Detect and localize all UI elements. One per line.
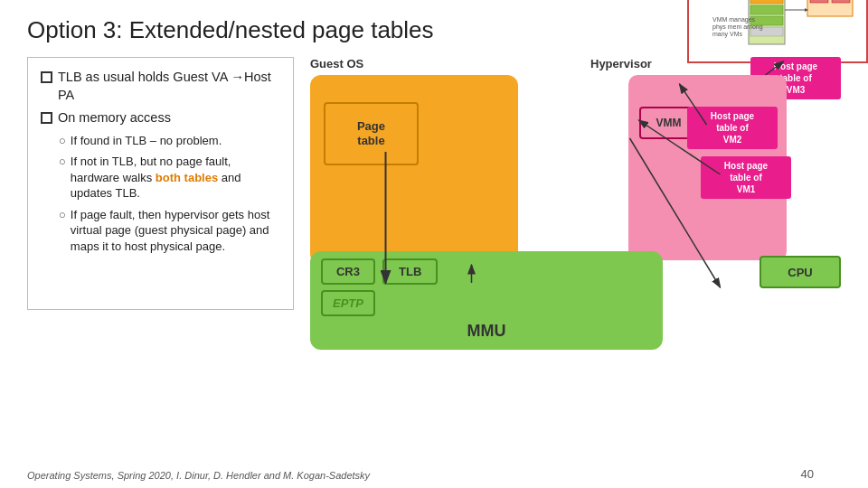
svg-text:VMM manages: VMM manages (712, 16, 756, 23)
mmu-row-2: EPTP (321, 290, 652, 316)
bullet-2-text: On memory access (58, 109, 171, 127)
bullet-1-square (41, 71, 52, 83)
sub-bullet-3-text: If page fault, then hypervisor gets host… (71, 207, 280, 255)
guest-os-box: Page table (310, 75, 518, 265)
bullet-2-square (41, 112, 52, 124)
sub-bullet-2-text: If not in TLB, but no page fault, hardwa… (71, 154, 280, 202)
guest-os-top-label: Guest OS (310, 57, 363, 70)
svg-rect-4 (750, 5, 783, 14)
sub-bullet-3-circle: ○ (59, 208, 66, 221)
cpu-box: CPU (760, 256, 841, 288)
bullet-2: On memory access (41, 109, 280, 127)
footer-citation: Operating Systems, Spring 2020, I. Dinur… (27, 470, 370, 481)
hypervisor-top-label: Hypervisor (590, 57, 652, 70)
svg-rect-9 (810, 0, 828, 3)
cr3-cell: CR3 (321, 258, 375, 285)
bullet-1: TLB as usual holds Guest VA →Host PA (41, 69, 280, 104)
left-text-box: TLB as usual holds Guest VA →Host PA On … (27, 57, 294, 310)
host-page-table-vm1: Host page table of VM1 (701, 156, 791, 199)
eptp-cell: EPTP (321, 290, 375, 316)
svg-rect-3 (750, 0, 783, 4)
host-page-table-vm2: Host page table of VM2 (687, 107, 778, 149)
sub-bullet-2-circle: ○ (59, 155, 66, 168)
sub-bullet-2: ○ If not in TLB, but no page fault, hard… (59, 154, 280, 202)
physical-machine-thumbnail: Physical Machine RAM VM (687, 0, 868, 63)
sub-bullet-1-text: If found in TLB – no problem. (71, 133, 222, 149)
right-diagram: Guest OS Hypervisor Host page table of V… (310, 57, 841, 409)
svg-text:phys mem among: phys mem among (712, 23, 763, 31)
mmu-label: MMU (321, 322, 652, 341)
footer-page-number: 40 (801, 467, 814, 481)
sub-bullet-3: ○ If page fault, then hypervisor gets ho… (59, 207, 280, 255)
footer: Operating Systems, Spring 2020, I. Dinur… (0, 467, 841, 481)
page-table-box: Page table (324, 102, 419, 165)
tlb-cell: TLB (382, 258, 438, 285)
mmu-row-1: CR3 TLB (321, 258, 652, 285)
sub-bullet-1-circle: ○ (59, 134, 66, 147)
svg-rect-10 (832, 0, 850, 3)
content-area: TLB as usual holds Guest VA →Host PA On … (27, 57, 841, 409)
sub-bullet-1: ○ If found in TLB – no problem. (59, 133, 280, 149)
bullet-1-text: TLB as usual holds Guest VA →Host PA (58, 69, 280, 104)
svg-text:many VMs: many VMs (712, 31, 743, 38)
mmu-box: CR3 TLB EPTP MMU (310, 251, 663, 350)
both-tables-highlight: both tables (156, 171, 218, 184)
sub-bullets: ○ If found in TLB – no problem. ○ If not… (59, 133, 280, 255)
slide: Option 3: Extended/nested page tables Ph… (0, 0, 868, 488)
